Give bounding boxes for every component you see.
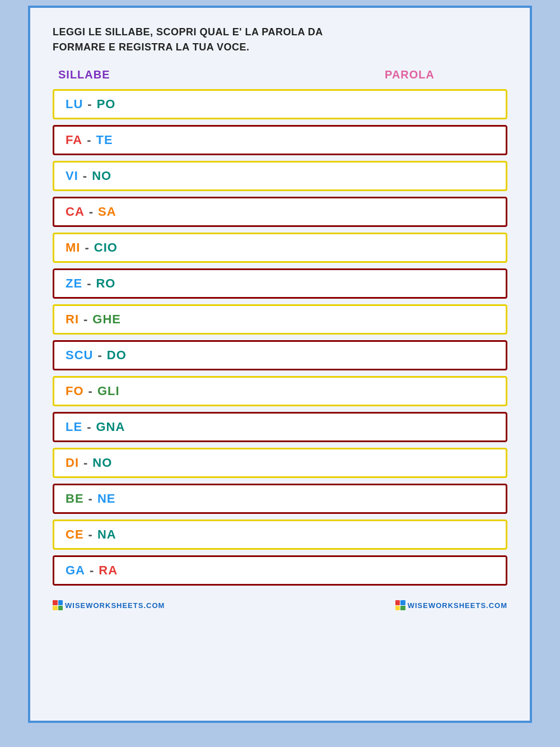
- footer-brand-right: WISEWORKSHEETS.COM: [408, 601, 507, 610]
- syllable-part2-3: NO: [92, 169, 111, 183]
- syllable-part2-6: RO: [96, 276, 115, 291]
- syllable-dash-6: -: [87, 276, 91, 291]
- syllable-part2-8: DO: [107, 348, 127, 363]
- syllable-dash-8: -: [97, 348, 102, 363]
- header-sillabe: SILLABE: [58, 68, 110, 81]
- syllable-row-9: FO - GLI: [53, 376, 507, 406]
- syllable-row-7: RI - GHE: [53, 304, 507, 335]
- syllable-dash-9: -: [88, 384, 93, 398]
- syllable-part2-5: CIO: [94, 240, 118, 255]
- syllable-row-12: BE - NE: [53, 484, 507, 514]
- syllable-part2-12: NE: [97, 491, 116, 506]
- syllable-part1-9: FO: [66, 384, 84, 398]
- syllable-part2-9: GLI: [97, 384, 120, 398]
- syllable-dash-2: -: [87, 133, 91, 147]
- logo-sq-blue2: [400, 600, 405, 605]
- syllable-dash-3: -: [83, 169, 87, 183]
- header-parola: PAROLA: [385, 68, 502, 81]
- syllable-row-10: LE - GNA: [53, 412, 507, 442]
- syllable-dash-1: -: [87, 97, 92, 112]
- logo-squares-left: [53, 600, 63, 610]
- logo-sq-green: [58, 606, 63, 611]
- syllable-row-11: DI - NO: [53, 448, 507, 478]
- syllable-part2-2: TE: [96, 133, 113, 147]
- syllable-list: LU - POFA - TEVI - NOCA - SAMI - CIOZE -…: [53, 89, 507, 586]
- logo-sq-red: [53, 600, 58, 605]
- syllable-dash-10: -: [87, 420, 91, 434]
- syllable-part1-10: LE: [66, 420, 82, 434]
- syllable-part1-12: BE: [66, 491, 84, 506]
- syllable-dash-14: -: [90, 563, 94, 578]
- syllable-part2-1: PO: [97, 97, 116, 112]
- syllable-dash-13: -: [88, 527, 93, 542]
- footer: WISEWORKSHEETS.COM WISEWORKSHEETS.COM: [53, 597, 507, 614]
- logo-sq-yellow2: [395, 606, 400, 611]
- syllable-part1-2: FA: [66, 133, 82, 147]
- syllable-dash-7: -: [83, 312, 88, 327]
- syllable-part1-3: VI: [66, 169, 78, 183]
- footer-logo-right: WISEWORKSHEETS.COM: [395, 600, 507, 610]
- syllable-row-6: ZE - RO: [53, 268, 507, 299]
- syllable-part1-5: MI: [66, 240, 80, 255]
- syllable-dash-4: -: [89, 205, 94, 219]
- syllable-part1-11: DI: [66, 456, 79, 470]
- syllable-row-5: MI - CIO: [53, 233, 507, 263]
- syllable-part1-1: LU: [66, 97, 83, 112]
- syllable-dash-5: -: [85, 240, 89, 255]
- syllable-part2-4: SA: [98, 205, 116, 219]
- logo-squares-right: [395, 600, 405, 610]
- syllable-part1-7: RI: [66, 312, 79, 327]
- page: LEGGI LE SILLABE, SCOPRI QUAL E' LA PARO…: [28, 6, 532, 723]
- instructions: LEGGI LE SILLABE, SCOPRI QUAL E' LA PARO…: [53, 25, 507, 55]
- syllable-part2-13: NA: [97, 527, 116, 542]
- logo-sq-red2: [395, 600, 400, 605]
- syllable-part1-4: CA: [66, 205, 85, 219]
- logo-sq-yellow: [53, 606, 58, 611]
- syllable-part2-10: GNA: [96, 420, 125, 434]
- footer-brand-left: WISEWORKSHEETS.COM: [65, 601, 165, 610]
- instruction-line2: FORMARE E REGISTRA LA TUA VOCE.: [53, 40, 507, 55]
- syllable-row-8: SCU - DO: [53, 340, 507, 370]
- syllable-row-4: CA - SA: [53, 197, 507, 227]
- syllable-part2-14: RA: [99, 563, 118, 578]
- syllable-row-14: GA - RA: [53, 555, 507, 586]
- syllable-part1-8: SCU: [66, 348, 93, 363]
- syllable-part1-14: GA: [66, 563, 85, 578]
- syllable-dash-12: -: [88, 491, 93, 506]
- columns-header: SILLABE PAROLA: [53, 68, 507, 81]
- syllable-part1-6: ZE: [66, 276, 82, 291]
- logo-sq-blue: [58, 600, 63, 605]
- syllable-row-2: FA - TE: [53, 125, 507, 155]
- instruction-line1: LEGGI LE SILLABE, SCOPRI QUAL E' LA PARO…: [53, 25, 507, 40]
- logo-sq-green2: [400, 606, 405, 611]
- syllable-dash-11: -: [83, 456, 88, 470]
- syllable-row-13: CE - NA: [53, 519, 507, 550]
- syllable-part2-7: GHE: [92, 312, 121, 327]
- syllable-row-1: LU - PO: [53, 89, 507, 119]
- syllable-row-3: VI - NO: [53, 161, 507, 191]
- syllable-part1-13: CE: [66, 527, 84, 542]
- syllable-part2-11: NO: [92, 456, 112, 470]
- footer-logo-left: WISEWORKSHEETS.COM: [53, 600, 165, 610]
